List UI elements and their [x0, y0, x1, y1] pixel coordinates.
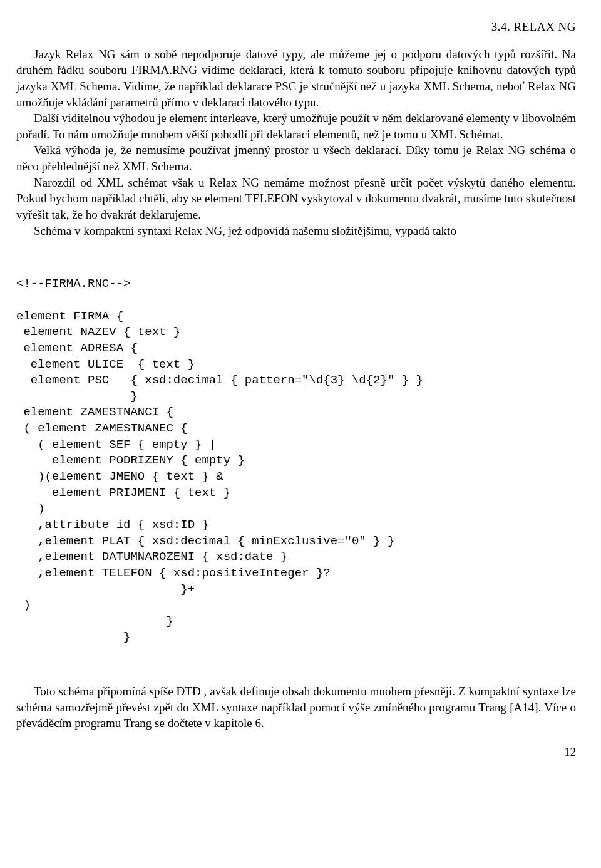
paragraph-3: Velká výhoda je, že nemusíme používat jm… — [16, 142, 576, 174]
paragraph-3-text: Velká výhoda je, že nemusíme používat jm… — [16, 143, 576, 173]
paragraph-4-text: Narozdíl od XML schémat však u Relax NG … — [16, 176, 576, 221]
paragraph-2: Další viditelnou výhodou je element inte… — [16, 110, 576, 142]
paragraph-1: Jazyk Relax NG sám o sobě nepodporuje da… — [16, 46, 576, 111]
paragraph-5-text: Schéma v kompaktní syntaxi Relax NG, jež… — [34, 224, 456, 237]
paragraph-6: Toto schéma připomíná spíše DTD , avšak … — [16, 683, 576, 731]
code-listing: <!--FIRMA.RNC--> element FIRMA { element… — [16, 276, 576, 646]
paragraph-2-text: Další viditelnou výhodou je element inte… — [16, 111, 576, 141]
section-header: 3.4. RELAX NG — [16, 19, 576, 35]
paragraph-5: Schéma v kompaktní syntaxi Relax NG, jež… — [16, 223, 576, 239]
paragraph-6-text: Toto schéma připomíná spíše DTD , avšak … — [16, 685, 576, 730]
page-number: 12 — [16, 744, 576, 760]
paragraph-1-text: Jazyk Relax NG sám o sobě nepodporuje da… — [16, 48, 576, 109]
paragraph-4: Narozdíl od XML schémat však u Relax NG … — [16, 175, 576, 223]
